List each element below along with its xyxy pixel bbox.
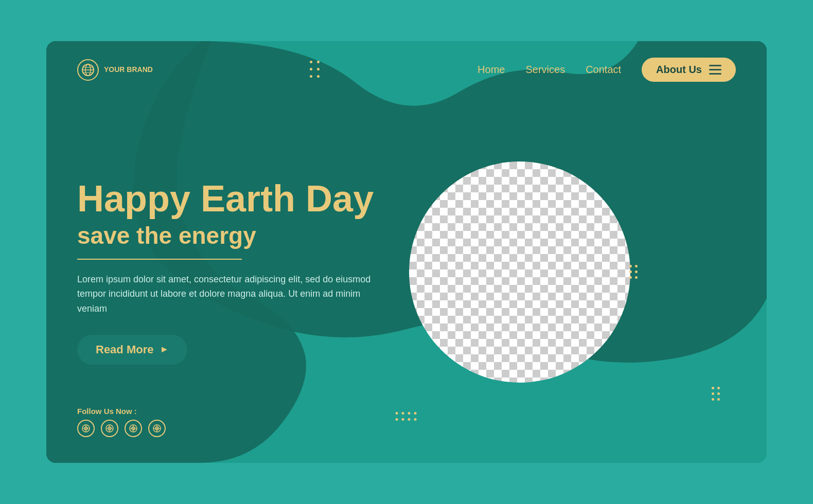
nav-contact[interactable]: Contact [586,64,621,76]
about-us-button[interactable]: About Us [642,58,736,82]
divider [77,259,242,260]
main-content: Happy Earth Day save the energy Lorem ip… [46,82,767,447]
nav-home[interactable]: Home [478,64,505,76]
navbar: YOUR BRAND Home Services Contact About U… [46,41,767,82]
social-section: Follow Us Now : [77,407,166,437]
nav-links: Home Services Contact About Us [478,58,736,82]
hero-subtitle: save the energy [77,222,376,249]
page-container: YOUR BRAND Home Services Contact About U… [46,41,767,463]
arrow-right-icon: ► [160,344,169,355]
social-icon-1[interactable] [77,420,95,437]
follow-label: Follow Us Now : [77,407,166,416]
right-content [396,161,643,383]
read-more-button[interactable]: Read More ► [77,335,187,365]
social-icons [77,420,166,437]
logo-area: YOUR BRAND [77,59,153,81]
hero-description: Lorem ipsum dolor sit amet, consectetur … [77,272,376,316]
bottom-center-dot-grid [396,412,418,422]
bottom-right-dot-grid [712,387,720,401]
brand-name: YOUR BRAND [104,65,153,74]
left-content: Happy Earth Day save the energy Lorem ip… [77,179,396,365]
logo-icon [77,59,99,81]
right-dot-grid [629,265,638,279]
checker-pattern [409,161,630,383]
hamburger-icon [709,65,721,75]
social-icon-4[interactable] [148,420,166,437]
social-icon-2[interactable] [101,420,118,437]
nav-services[interactable]: Services [525,64,565,76]
hero-image-placeholder [409,161,630,383]
hero-title: Happy Earth Day [77,179,376,219]
social-icon-3[interactable] [125,420,142,437]
center-dot-grid [310,61,321,79]
